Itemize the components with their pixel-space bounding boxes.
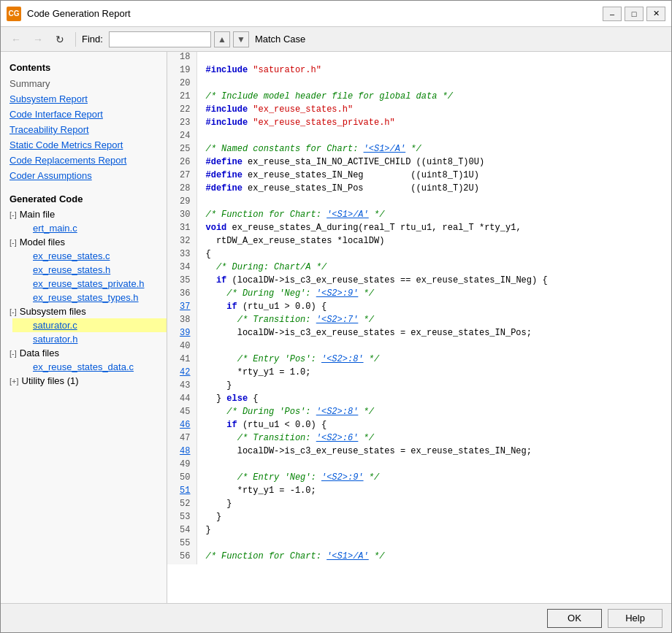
code-line-content: localDW->is_c3_ex_reuse_states = ex_reus… [196,446,671,459]
window-title: Code Generation Report [27,8,603,19]
sidebar-item-code-interface[interactable]: Code Interface Report [1,107,167,122]
main-content: Contents Summary Subsystem Report Code I… [1,52,671,603]
table-row: 37 if (rtu_u1 > 0.0) { [167,302,671,315]
table-row: 39 localDW->is_c3_ex_reuse_states = ex_r… [167,328,671,341]
table-row: 24 [167,131,671,144]
table-row: 20 [167,78,671,91]
subsystem-files-label: Subsystem files [20,306,86,317]
table-row: 55 [167,538,671,551]
code-line-content: #define ex_reuse_states_IN_Pos ((uint8_T… [196,183,671,196]
code-line-content: if (rtu_u1 < 0.0) { [196,420,671,433]
line-number-link[interactable]: 48 [180,446,190,456]
code-line-content [196,538,671,551]
line-number-link[interactable]: 51 [180,486,190,496]
code-line-content: /* Function for Chart: '<S1>/A' */ [196,551,671,564]
sidebar-item-code-replacements[interactable]: Code Replacements Report [1,153,167,168]
table-row: 19#include "saturator.h" [167,65,671,78]
code-line-content: } [196,380,671,394]
line-number-link[interactable]: 37 [180,302,190,312]
table-row: 54} [167,525,671,538]
table-row: 25/* Named constants for Chart: '<S1>/A'… [167,144,671,157]
table-row: 23#include "ex_reuse_states_private.h" [167,118,671,131]
sidebar-item-summary[interactable]: Summary [1,76,167,91]
table-row: 22#include "ex_reuse_states.h" [167,104,671,118]
table-row: 30/* Function for Chart: '<S1>/A' */ [167,210,671,223]
file-ex-reuse-states-private-h[interactable]: ex_reuse_states_private.h [12,277,167,291]
table-row: 50 /* Entry 'Neg': '<S2>:9' */ [167,472,671,486]
code-line-content: void ex_reuse_states_A_during(real_T rtu… [196,223,671,236]
code-line-content: /* During 'Pos': '<S2>:8' */ [196,407,671,420]
find-label: Find: [82,34,103,45]
contents-title: Contents [1,58,167,76]
table-row: 40 [167,341,671,354]
line-number-link[interactable]: 42 [180,367,190,377]
maximize-button[interactable]: □ [625,7,644,21]
code-line-content: localDW->is_c3_ex_reuse_states = ex_reus… [196,328,671,341]
table-row: 29 [167,196,671,210]
model-files-collapse-icon: [-] [9,238,17,247]
file-saturator-c[interactable]: saturator.c [12,318,167,332]
code-line-content: #define ex_reuse_sta_IN_NO_ACTIVE_CHILD … [196,157,671,170]
code-scroll-area[interactable]: 1819#include "saturator.h"2021/* Include… [167,52,671,603]
table-row: 34 /* During: Chart/A */ [167,262,671,275]
file-ex-reuse-states-types-h[interactable]: ex_reuse_states_types.h [12,291,167,304]
find-prev-button[interactable]: ▲ [214,31,230,47]
table-row: 21/* Include model header file for globa… [167,91,671,104]
table-row: 43 } [167,380,671,394]
close-button[interactable]: ✕ [646,7,665,21]
table-row: 53 } [167,512,671,525]
file-ex-reuse-states-h[interactable]: ex_reuse_states.h [12,263,167,277]
main-file-children: ert_main.c [1,221,167,235]
code-line-content: } [196,525,671,538]
line-number-link[interactable]: 46 [180,420,190,430]
help-button[interactable]: Help [608,609,663,628]
main-file-tree-item[interactable]: [-] Main file [1,207,167,221]
sidebar-item-static-metrics[interactable]: Static Code Metrics Report [1,137,167,153]
code-line-content: /* Include model header file for global … [196,91,671,104]
code-line-content: /* Transition: '<S2>:7' */ [196,315,671,328]
file-ex-reuse-states-data-c[interactable]: ex_reuse_states_data.c [12,360,167,374]
table-row: 36 /* During 'Neg': '<S2>:9' */ [167,288,671,302]
minimize-button[interactable]: – [603,7,622,21]
code-line-content [196,196,671,210]
utility-files-tree-item[interactable]: [+] Utility files (1) [1,374,167,388]
code-line-content [196,341,671,354]
toolbar-separator [75,32,76,47]
code-line-content: /* Entry 'Pos': '<S2>:8' */ [196,354,671,367]
file-ex-reuse-states-c[interactable]: ex_reuse_states.c [12,249,167,263]
ok-button[interactable]: OK [547,609,602,628]
find-next-button[interactable]: ▼ [233,31,249,47]
code-line-content: #include "ex_reuse_states_private.h" [196,118,671,131]
sidebar-item-traceability[interactable]: Traceability Report [1,122,167,137]
code-line-content: if (rtu_u1 > 0.0) { [196,302,671,315]
table-row: 42 *rty_y1 = 1.0; [167,367,671,380]
line-number-link[interactable]: 39 [180,328,190,338]
subsystem-files-tree-item[interactable]: [-] Subsystem files [1,304,167,318]
model-files-tree-item[interactable]: [-] Model files [1,235,167,249]
table-row: 27#define ex_reuse_states_IN_Neg ((uint8… [167,170,671,183]
refresh-button[interactable]: ↻ [50,31,69,48]
model-files-label: Model files [20,237,65,248]
back-button[interactable]: ← [7,31,26,48]
forward-button[interactable]: → [28,31,47,48]
table-row: 31void ex_reuse_states_A_during(real_T r… [167,223,671,236]
code-line-content [196,52,671,65]
file-ert-main-c[interactable]: ert_main.c [12,221,167,235]
code-line-content: } [196,512,671,525]
code-line-content [196,459,671,472]
data-files-tree-item[interactable]: [-] Data files [1,346,167,360]
table-row: 51 *rty_y1 = -1.0; [167,486,671,499]
table-row: 56/* Function for Chart: '<S1>/A' */ [167,551,671,564]
code-line-content: { [196,249,671,262]
table-row: 32 rtDW_A_ex_reuse_states *localDW) [167,236,671,249]
code-line-content: /* During: Chart/A */ [196,262,671,275]
generated-code-section: Generated Code [-] Main file ert_main.c … [1,189,167,388]
code-line-content: #define ex_reuse_states_IN_Neg ((uint8_T… [196,170,671,183]
sidebar-item-coder-assumptions[interactable]: Coder Assumptions [1,168,167,183]
file-saturator-h[interactable]: saturator.h [12,332,167,346]
find-input[interactable] [109,31,211,47]
table-row: 49 [167,459,671,472]
sidebar-item-subsystem-report[interactable]: Subsystem Report [1,91,167,107]
utility-files-collapse-icon: [+] [9,377,19,385]
code-line-content: rtDW_A_ex_reuse_states *localDW) [196,236,671,249]
